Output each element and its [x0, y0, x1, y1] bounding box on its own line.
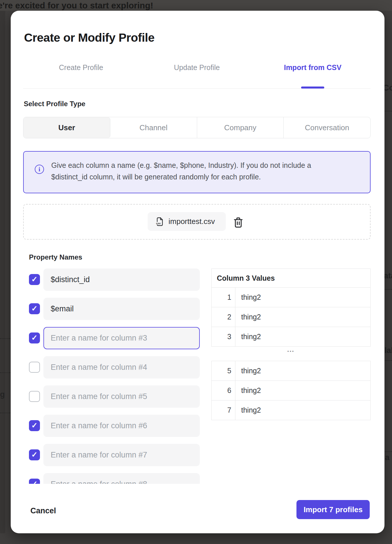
- profile-type-segmented-control: User Channel Company Conversation: [23, 117, 371, 138]
- background-text-fragment: ata: [384, 271, 392, 280]
- background-banner-text: e're excited for you to start exploring!: [0, 1, 153, 10]
- background-text-fragment: lab: [384, 346, 392, 355]
- background-grid-line: [384, 289, 392, 290]
- table-row: 6 thing2: [212, 381, 370, 400]
- column-8-name-input[interactable]: [43, 473, 200, 484]
- background-sidebar-edge: [0, 11, 5, 533]
- background-banner: e're excited for you to start exploring!: [0, 0, 392, 11]
- column-5-checkbox[interactable]: ✓: [29, 391, 40, 402]
- table-row: 2 thing2: [212, 307, 370, 327]
- check-icon: ✓: [31, 480, 38, 484]
- table-row: 1 thing2: [212, 287, 370, 307]
- check-icon: ✓: [31, 275, 38, 283]
- uploaded-file-chip: csv importtest.csv: [148, 212, 226, 231]
- row-index: 2: [212, 307, 235, 327]
- background-grid-line: [384, 111, 392, 111]
- background-grid-line: [384, 451, 392, 452]
- check-icon: ✓: [31, 334, 38, 341]
- column-6-checkbox[interactable]: ✓: [29, 420, 40, 431]
- column-4-name-input[interactable]: [43, 356, 200, 378]
- table-row: 3 thing2: [212, 327, 370, 346]
- tab-update-profile[interactable]: Update Profile: [139, 63, 255, 72]
- info-banner-text: Give each column a name (e.g. $name, $ph…: [51, 159, 344, 183]
- info-icon: i: [35, 165, 44, 174]
- dialog-title: Create or Modify Profile: [24, 31, 154, 45]
- background-grid-line: [0, 338, 10, 339]
- column-3-name-input[interactable]: [43, 327, 200, 349]
- row-value: thing2: [235, 327, 370, 346]
- check-icon: ✓: [31, 451, 38, 458]
- table-ellipsis: •••: [211, 349, 371, 354]
- table-row: 5 thing2: [212, 361, 370, 381]
- import-profiles-button[interactable]: Import 7 profiles: [296, 500, 370, 519]
- background-text-fragment: g: [0, 390, 5, 399]
- column-4-checkbox[interactable]: ✓: [29, 362, 40, 373]
- profile-type-company[interactable]: Company: [197, 117, 284, 138]
- profile-type-user[interactable]: User: [23, 117, 110, 138]
- property-names-label: Property Names: [29, 253, 82, 261]
- background-grid-line: [0, 413, 10, 413]
- column-8-checkbox[interactable]: ✓: [29, 479, 40, 484]
- clipped-row-container: ✓: [23, 473, 208, 484]
- page-background: e're excited for you to start exploring!…: [0, 0, 392, 544]
- column-values-preview-table: Column 3 Values 1 thing2 2 thing2 3 thin…: [211, 269, 371, 347]
- column-values-preview-table-continued: 5 thing2 6 thing2 7 thing2: [211, 361, 371, 420]
- preview-table-header: Column 3 Values: [212, 269, 370, 287]
- column-1-checkbox[interactable]: ✓: [29, 274, 40, 285]
- row-index: 5: [212, 361, 235, 381]
- column-5-name-input[interactable]: [43, 385, 200, 408]
- uploaded-file-name: importtest.csv: [168, 217, 215, 226]
- column-1-name-input[interactable]: [43, 269, 200, 291]
- background-grid-line: [384, 360, 392, 361]
- row-index: 7: [212, 400, 235, 420]
- info-banner: i Give each column a name (e.g. $name, $…: [23, 151, 371, 193]
- column-7-checkbox[interactable]: ✓: [29, 449, 40, 460]
- column-3-checkbox[interactable]: ✓: [29, 332, 40, 343]
- row-index: 6: [212, 381, 235, 400]
- csv-file-icon: csv: [155, 216, 165, 227]
- cancel-button[interactable]: Cancel: [30, 506, 56, 515]
- column-2-name-input[interactable]: [43, 298, 200, 320]
- delete-file-button[interactable]: [232, 216, 244, 229]
- check-icon: ✓: [31, 422, 38, 429]
- active-tab-indicator: [301, 87, 324, 89]
- tab-import-from-csv[interactable]: Import from CSV: [255, 63, 371, 72]
- row-index: 3: [212, 327, 235, 346]
- check-icon: ✓: [31, 305, 38, 312]
- row-value: thing2: [235, 381, 370, 400]
- row-value: thing2: [235, 288, 370, 307]
- column-7-name-input[interactable]: [43, 444, 200, 466]
- row-index: 1: [212, 288, 235, 307]
- column-6-name-input[interactable]: [43, 415, 200, 437]
- create-or-modify-profile-dialog: Create or Modify Profile Create Profile …: [11, 11, 384, 533]
- svg-text:csv: csv: [156, 222, 161, 225]
- column-2-checkbox[interactable]: ✓: [29, 303, 40, 314]
- row-value: thing2: [235, 307, 370, 327]
- background-grid-line: [0, 372, 10, 373]
- profile-type-channel[interactable]: Channel: [110, 117, 197, 138]
- tab-create-profile[interactable]: Create Profile: [23, 63, 139, 72]
- background-text-fragment: a: [385, 453, 389, 462]
- profile-type-conversation[interactable]: Conversation: [284, 117, 370, 138]
- select-profile-type-label: Select Profile Type: [24, 100, 85, 108]
- row-value: thing2: [235, 400, 370, 420]
- table-row: 7 thing2: [212, 400, 370, 420]
- row-value: thing2: [235, 361, 370, 381]
